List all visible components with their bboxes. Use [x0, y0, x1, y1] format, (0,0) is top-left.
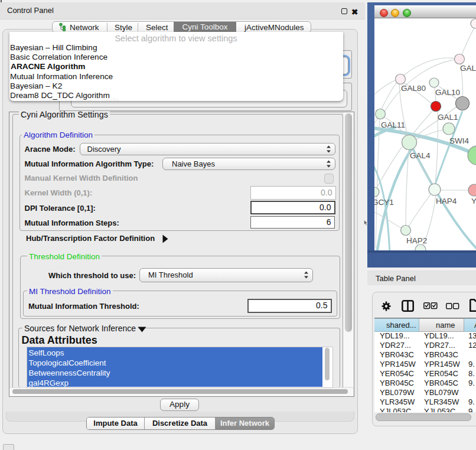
svg-text:GCY1: GCY1	[374, 198, 394, 207]
svg-text:Y: Y	[471, 197, 476, 206]
svg-text:GAL80: GAL80	[401, 84, 426, 93]
svg-text:HAP4: HAP4	[436, 197, 457, 206]
svg-text:GAL11: GAL11	[381, 120, 405, 129]
svg-text:GAL2: GAL2	[460, 64, 476, 73]
svg-text:HAP2: HAP2	[406, 236, 427, 245]
svg-text:GAL1: GAL1	[438, 113, 458, 122]
svg-text:GAL10: GAL10	[435, 88, 460, 97]
svg-text:SWI4: SWI4	[449, 136, 469, 145]
svg-text:GAL4: GAL4	[410, 151, 431, 160]
